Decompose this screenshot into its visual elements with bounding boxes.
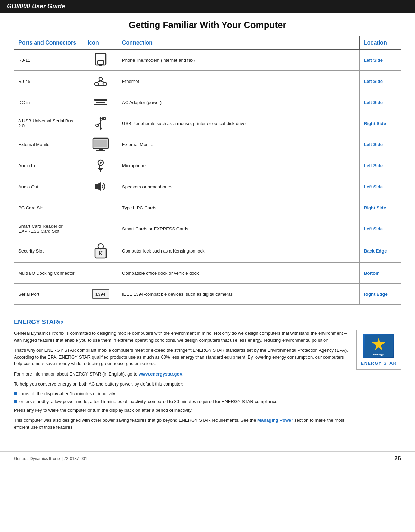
icon-container (87, 221, 113, 236)
connection-desc: Speakers or headphones (118, 176, 360, 197)
svg-text:energy: energy (374, 352, 384, 356)
col-header-connection: Connection (118, 36, 360, 50)
location-value: Left Side (360, 71, 401, 92)
energy-text-block: General Dynamics Itronix is committed to… (14, 330, 349, 434)
connection-desc: Microphone (118, 155, 360, 176)
connection-desc: USB Peripherals such as a mouse, printer… (118, 113, 360, 134)
energy-para-1: General Dynamics Itronix is committed to… (14, 330, 349, 343)
main-content: Ports and Connectors Icon Connection Loc… (0, 36, 415, 305)
port-name: RJ-45 (14, 71, 83, 92)
location-value: Bottom (360, 263, 401, 284)
icon-container (87, 200, 113, 215)
port-icon-cell (83, 134, 118, 155)
port-icon-cell: K (83, 239, 118, 263)
energy-logo-icon: energy (363, 334, 394, 358)
audioin-icon (94, 158, 107, 173)
connection-desc: Smart Cards or EXPRESS Cards (118, 218, 360, 239)
svg-rect-21 (99, 165, 102, 170)
security-icon: K (94, 242, 108, 259)
col-header-icon: Icon (83, 36, 118, 50)
port-name: Smart Card Reader or EXPRESS Card Slot (14, 218, 83, 239)
page-title: Getting Familiar With Your Computer (0, 13, 415, 36)
icon-container (87, 158, 113, 173)
table-row: Serial Port1394IEEE 1394-compatible devi… (14, 284, 401, 305)
icon-container: 1394 (87, 286, 113, 302)
svg-line-7 (101, 81, 105, 82)
table-row: Security Slot K Computer lock such as a … (14, 239, 401, 263)
energy-final-sentence: This computer was also designed with oth… (14, 418, 257, 423)
energy-press: Press any key to wake the computer or tu… (14, 407, 349, 414)
connection-desc: External Monitor (118, 134, 360, 155)
port-icon-cell (83, 218, 118, 239)
icon-container (87, 137, 113, 152)
connection-desc: Compatible office dock or vehicle dock (118, 263, 360, 284)
footer: General Dynamics Itronix | 72-0137-001 2… (0, 451, 415, 466)
energy-para-2: That's why our ENERGY STAR compliant mob… (14, 347, 349, 367)
port-icon-cell (83, 155, 118, 176)
svg-rect-25 (95, 184, 98, 189)
location-value: Left Side (360, 50, 401, 71)
bullet-text-2: enters standby, a low power mode, after … (19, 399, 277, 404)
managing-power-link[interactable]: Managing Power (257, 418, 293, 423)
col-header-ports: Ports and Connectors (14, 36, 83, 50)
bullet-item-1: turns off the display after 15 minutes o… (14, 391, 349, 396)
energy-section: ENERGY STAR® General Dynamics Itronix is… (0, 315, 415, 444)
bullet-item-2: enters standby, a low power mode, after … (14, 399, 349, 404)
energy-logo: energy ENERGY STAR (356, 330, 401, 370)
bullet-square-2 (14, 400, 17, 403)
energy-star-link[interactable]: www.energystar.gov (139, 371, 182, 377)
energy-link-para: For more information about ENERGY STAR (… (14, 371, 349, 378)
svg-rect-19 (96, 150, 105, 151)
table-row: External Monitor External MonitorLeft Si… (14, 134, 401, 155)
port-name: Audio In (14, 155, 83, 176)
energy-content: General Dynamics Itronix is committed to… (14, 330, 401, 434)
connection-desc: Ethernet (118, 71, 360, 92)
icon-container (87, 95, 113, 110)
port-icon-cell (83, 50, 118, 71)
port-icon-cell (83, 71, 118, 92)
col-header-location: Location (360, 36, 401, 50)
ieee1394-icon: 1394 (92, 289, 109, 299)
svg-rect-1 (98, 61, 104, 64)
location-value: Back Edge (360, 239, 401, 263)
table-row: DC-in AC Adapter (power)Left Side (14, 92, 401, 113)
port-icon-cell (83, 263, 118, 284)
icon-container (87, 116, 113, 131)
table-row: Multi I/O Docking ConnectorCompatible of… (14, 263, 401, 284)
table-row: Audio Out Speakers or headphonesLeft Sid… (14, 176, 401, 197)
table-row: RJ-45 EthernetLeft Side (14, 71, 401, 92)
port-icon-cell (83, 92, 118, 113)
bullet-text-1: turns off the display after 15 minutes o… (19, 391, 115, 396)
monitor-icon (92, 137, 109, 152)
table-row: RJ-11 Phone line/modem (internet and fax… (14, 50, 401, 71)
connection-desc: Computer lock such as a Kensington lock (118, 239, 360, 263)
svg-rect-17 (94, 140, 107, 147)
svg-point-24 (100, 162, 102, 164)
port-name: Security Slot (14, 239, 83, 263)
svg-rect-0 (95, 53, 106, 65)
connector-table: Ports and Connectors Icon Connection Loc… (14, 36, 401, 305)
footer-company: General Dynamics Itronix | 72-0137-001 (14, 456, 87, 461)
port-icon-cell (83, 113, 118, 134)
port-name: Multi I/O Docking Connector (14, 263, 83, 284)
location-value: Left Side (360, 218, 401, 239)
svg-rect-2 (99, 64, 102, 66)
port-icon-cell (83, 176, 118, 197)
energy-link-end: . (182, 371, 184, 377)
energy-conserve: To help you conserve energy on both AC a… (14, 381, 349, 388)
icon-container: K (87, 242, 113, 259)
energy-star-svg: energy (365, 335, 393, 357)
location-value: Right Side (360, 113, 401, 134)
energy-link-sentence: For more information about ENERGY STAR (… (14, 371, 139, 377)
audioout-icon (94, 179, 108, 194)
location-value: Left Side (360, 176, 401, 197)
rj11-icon (94, 53, 107, 68)
location-value: Left Side (360, 92, 401, 113)
icon-container (87, 265, 113, 281)
port-name: External Monitor (14, 134, 83, 155)
connection-desc: Type II PC Cards (118, 197, 360, 218)
svg-point-15 (100, 127, 102, 130)
location-value: Left Side (360, 134, 401, 155)
document-title: GD8000 User Guide (7, 3, 65, 10)
dcin-icon (94, 99, 107, 105)
